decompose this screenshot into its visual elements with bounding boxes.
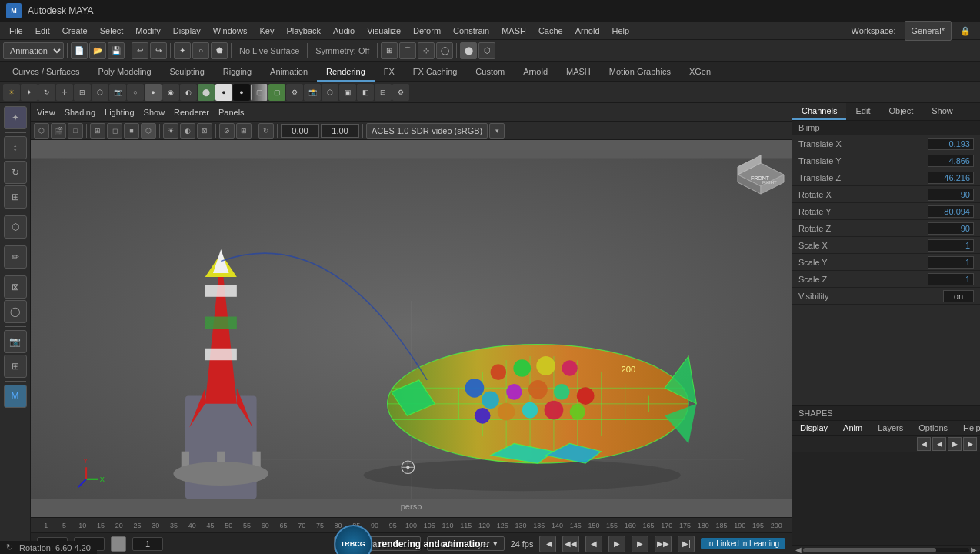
- vt-film-btn[interactable]: 🎬: [51, 123, 66, 138]
- redo-btn[interactable]: ↪: [150, 42, 167, 59]
- menu-file[interactable]: File: [3, 22, 29, 40]
- tab-mash[interactable]: MASH: [557, 62, 600, 82]
- menu-audio[interactable]: Audio: [327, 22, 361, 40]
- menu-modify[interactable]: Modify: [129, 22, 166, 40]
- vt-grid-btn[interactable]: ⊞: [236, 123, 252, 138]
- icon-select[interactable]: ✦: [21, 84, 38, 101]
- menu-playback[interactable]: Playback: [280, 22, 327, 40]
- snap-curve-btn[interactable]: ⌒: [399, 42, 416, 59]
- vp-show[interactable]: Show: [144, 108, 165, 117]
- left-btn-mirror[interactable]: ⊠: [4, 275, 27, 299]
- vt-renderer-label[interactable]: ACES 1.0 SDR-video (sRGB): [366, 123, 488, 138]
- scroll-track[interactable]: [803, 548, 969, 552]
- undo-btn[interactable]: ↩: [132, 42, 148, 59]
- tab-fx-caching[interactable]: FX Caching: [404, 62, 466, 82]
- rmt-btn-3[interactable]: ▶: [948, 437, 962, 451]
- menu-deform[interactable]: Deform: [407, 22, 447, 40]
- visibility-value[interactable]: on: [943, 290, 974, 302]
- menu-cache[interactable]: Cache: [532, 22, 569, 40]
- playback-prev-frame[interactable]: ◀: [585, 536, 602, 552]
- vt-renderer-arrow[interactable]: ▾: [489, 123, 505, 138]
- vt-camera-btn[interactable]: ⬡: [34, 123, 49, 138]
- translate-z-value[interactable]: -46.216: [928, 172, 974, 184]
- save-btn[interactable]: 💾: [108, 42, 125, 59]
- icon-dark[interactable]: ●: [233, 84, 250, 101]
- icon-color1[interactable]: ▢: [268, 84, 285, 101]
- open-btn[interactable]: 📂: [89, 42, 106, 59]
- icon-poly[interactable]: ⬡: [92, 84, 108, 101]
- icon-camera[interactable]: 📷: [109, 84, 126, 101]
- rotate-z-value[interactable]: 90: [928, 222, 974, 235]
- tab-poly-modeling[interactable]: Poly Modeling: [88, 62, 160, 82]
- icon-display1[interactable]: ○: [127, 84, 144, 101]
- vp-renderer[interactable]: Renderer: [174, 108, 209, 117]
- rotate-x-value[interactable]: 90: [928, 189, 974, 201]
- rp-tab-channels[interactable]: Channels: [792, 103, 846, 120]
- icon-mat3[interactable]: ⊟: [375, 84, 392, 101]
- paint-btn[interactable]: ⬟: [211, 42, 228, 59]
- menu-windows[interactable]: Windows: [207, 22, 254, 40]
- snap-grid-btn[interactable]: ⊞: [381, 42, 398, 59]
- tab-arnold[interactable]: Arnold: [514, 62, 557, 82]
- left-btn-soft[interactable]: ◯: [4, 300, 27, 323]
- icon-display3[interactable]: ◉: [162, 84, 179, 101]
- left-btn-move[interactable]: ↕: [4, 136, 27, 159]
- lasso-btn[interactable]: ○: [192, 42, 209, 59]
- vt-shade2-btn[interactable]: ⬡: [141, 123, 156, 138]
- rp-scrollbar[interactable]: ◀ ▶: [792, 545, 980, 554]
- canvas[interactable]: 200 X Y: [31, 140, 792, 517]
- rp-tab-object[interactable]: Object: [879, 103, 922, 120]
- vt-light1-btn[interactable]: ☀: [163, 123, 178, 138]
- playback-next-key[interactable]: ▶▶: [655, 536, 672, 552]
- new-scene-btn[interactable]: 📄: [71, 42, 88, 59]
- menu-constrain[interactable]: Constrain: [447, 22, 495, 40]
- tab-rigging[interactable]: Rigging: [214, 62, 261, 82]
- tab-sculpting[interactable]: Sculpting: [161, 62, 214, 82]
- vt-val1[interactable]: 0.00: [281, 124, 319, 138]
- icon-render-icons[interactable]: ⚙: [286, 84, 303, 101]
- tab-fx[interactable]: FX: [375, 62, 404, 82]
- shapes-tab-layers[interactable]: Layers: [870, 421, 911, 435]
- rmt-btn-2[interactable]: ◀: [932, 437, 946, 451]
- vp-lighting[interactable]: Lighting: [105, 108, 135, 117]
- menu-help[interactable]: Help: [606, 22, 636, 40]
- scroll-left-arrow[interactable]: ◀: [795, 546, 802, 554]
- vt-light2-btn[interactable]: ◐: [180, 123, 195, 138]
- mode-dropdown[interactable]: Animation: [3, 42, 64, 59]
- scroll-right-arrow[interactable]: ▶: [971, 546, 977, 554]
- translate-x-value[interactable]: -0.193: [928, 138, 974, 150]
- shapes-tab-anim[interactable]: Anim: [835, 421, 870, 435]
- tab-motion-graphics[interactable]: Motion Graphics: [600, 62, 680, 82]
- icon-gear[interactable]: ⚙: [392, 84, 409, 101]
- left-btn-m[interactable]: M: [4, 385, 27, 408]
- scale-z-value[interactable]: 1: [928, 273, 974, 285]
- icon-gradient[interactable]: ▢: [251, 84, 268, 101]
- playback-next-frame[interactable]: ▶: [632, 536, 648, 552]
- vt-val2[interactable]: 1.00: [321, 124, 359, 138]
- rp-tab-edit[interactable]: Edit: [846, 103, 879, 120]
- frame-field-3[interactable]: 1: [132, 537, 163, 551]
- vp-shading[interactable]: Shading: [65, 108, 95, 117]
- icon-scale[interactable]: ⊞: [74, 84, 91, 101]
- left-btn-scale[interactable]: ⊞: [4, 185, 27, 209]
- vt-shade-btn[interactable]: ■: [124, 123, 139, 138]
- tab-xgen[interactable]: XGen: [680, 62, 720, 82]
- menu-arnold[interactable]: Arnold: [569, 22, 606, 40]
- shapes-tab-display[interactable]: Display: [792, 421, 835, 435]
- scale-y-value[interactable]: 1: [928, 256, 974, 269]
- render-btn[interactable]: ⬤: [460, 42, 477, 59]
- scale-x-value[interactable]: 1: [928, 239, 974, 252]
- linkedin-learning-btn[interactable]: in Linked in Learning: [701, 538, 785, 549]
- playback-end[interactable]: ▶|: [678, 536, 695, 552]
- vt-wire-btn[interactable]: ◻: [107, 123, 122, 138]
- nav-cube[interactable]: FRONT RIGHT: [734, 152, 784, 194]
- vt-iso-btn[interactable]: ⊘: [219, 123, 235, 138]
- vp-view[interactable]: View: [37, 108, 55, 117]
- icon-white[interactable]: ●: [215, 84, 232, 101]
- render2-btn[interactable]: ⬡: [478, 42, 495, 59]
- shapes-tab-options[interactable]: Options: [911, 421, 955, 435]
- left-btn-select[interactable]: ✦: [4, 106, 27, 129]
- menu-display[interactable]: Display: [167, 22, 207, 40]
- menu-key[interactable]: Key: [253, 22, 280, 40]
- translate-y-value[interactable]: -4.866: [928, 155, 974, 167]
